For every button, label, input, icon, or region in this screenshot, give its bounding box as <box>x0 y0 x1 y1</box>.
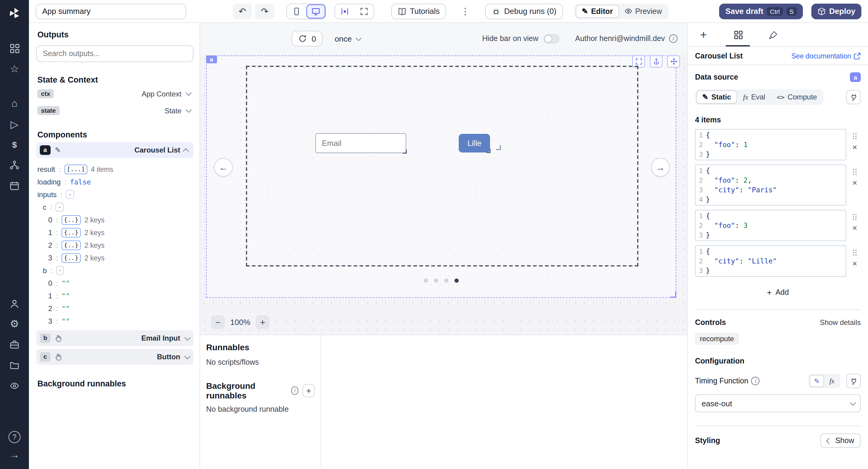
app-canvas[interactable]: a Lille <box>200 54 687 335</box>
email-input[interactable] <box>315 133 406 153</box>
add-item-button[interactable]: + Add <box>762 285 794 300</box>
refresh-control[interactable]: 0 <box>292 31 322 46</box>
resize-handle[interactable] <box>403 150 407 154</box>
eval-mode-button[interactable]: fx Eval <box>738 90 771 104</box>
preview-tab[interactable]: Preview <box>619 4 667 18</box>
recompute-chip[interactable]: recompute <box>695 333 739 345</box>
component-row-email[interactable]: b Email Input <box>36 330 193 346</box>
drag-handle-icon[interactable] <box>852 133 857 140</box>
expand-toggle-chip[interactable]: {..} <box>61 253 81 262</box>
deploy-button[interactable]: Deploy <box>811 3 861 19</box>
carousel-item-container[interactable] <box>246 66 638 267</box>
tree-row[interactable]: 3:{..}2 keys <box>36 251 193 264</box>
tree-row[interactable]: 2:"" <box>36 302 193 315</box>
tutorials-button[interactable]: Tutorials <box>391 3 446 19</box>
delete-item-icon[interactable]: × <box>852 179 857 186</box>
component-row-button[interactable]: c Button <box>36 349 193 365</box>
undo-icon[interactable]: ↶ <box>233 3 252 19</box>
carousel-dot-active[interactable] <box>455 279 459 283</box>
workers-briefcase-icon[interactable] <box>5 336 24 354</box>
editor-tab[interactable]: ✎ Editor <box>576 4 619 18</box>
tree-row[interactable]: 2:{..}2 keys <box>36 239 193 251</box>
info-icon[interactable]: i <box>291 386 299 395</box>
debug-runs-button[interactable]: Debug runs (0) <box>486 3 563 19</box>
favorites-star-icon[interactable]: ☆ <box>5 60 24 78</box>
tree-row[interactable]: 3:"" <box>36 315 193 327</box>
component-row-carousel[interactable]: a ✎ Carousel List <box>36 142 193 158</box>
anchor-component-icon[interactable] <box>650 56 662 67</box>
zoom-in-button[interactable]: + <box>256 315 270 329</box>
users-person-icon[interactable] <box>5 295 24 313</box>
tree-row[interactable]: c:- <box>36 201 193 213</box>
tree-row[interactable]: 1:{..}2 keys <box>36 226 193 239</box>
expand-toggle-chip[interactable]: {..} <box>61 227 81 237</box>
ctx-row[interactable]: ctx App Context <box>36 86 193 101</box>
tree-row[interactable]: result:[...]4 items <box>36 163 193 176</box>
static-pencil-icon[interactable]: ✎ <box>809 375 824 387</box>
drag-handle-icon[interactable] <box>852 249 857 256</box>
expand-toggle-chip[interactable]: {..} <box>61 215 81 224</box>
expand-toggle-chip[interactable]: [...] <box>64 164 87 174</box>
lille-button[interactable]: Lille <box>459 134 490 153</box>
schedules-calendar-icon[interactable] <box>5 177 24 195</box>
carousel-next-button[interactable]: → <box>651 158 670 177</box>
connect-plug-icon[interactable] <box>846 374 861 388</box>
home-icon[interactable]: ⌂ <box>5 95 24 113</box>
hide-bar-toggle[interactable] <box>544 34 559 43</box>
json-editor[interactable]: 1{2 "foo": 13} <box>695 129 846 160</box>
state-row[interactable]: state State <box>36 103 193 118</box>
windmill-logo-icon[interactable] <box>5 4 24 22</box>
search-outputs-input[interactable] <box>36 45 193 62</box>
delete-item-icon[interactable]: × <box>852 224 857 231</box>
static-mode-button[interactable]: ✎ Static <box>696 90 737 104</box>
info-icon[interactable]: i <box>751 377 760 385</box>
connect-plug-icon[interactable] <box>846 90 861 104</box>
redo-icon[interactable]: ↷ <box>255 3 274 19</box>
info-icon[interactable]: i <box>669 34 678 43</box>
help-icon[interactable]: ? <box>5 428 24 446</box>
carousel-dot[interactable] <box>444 279 448 283</box>
carousel-component[interactable]: a Lille <box>206 56 676 298</box>
tree-row[interactable]: 1:"" <box>36 289 193 302</box>
json-editor[interactable]: 1{2 "foo": 2,3 "city": "Paris"4} <box>695 164 846 206</box>
delete-item-icon[interactable]: × <box>852 144 857 151</box>
see-documentation-link[interactable]: See documentation <box>792 52 861 59</box>
json-editor[interactable]: 1{2 "foo": 33} <box>695 210 846 241</box>
compute-mode-button[interactable]: <> Compute <box>771 90 823 104</box>
zoom-out-button[interactable]: − <box>211 315 225 329</box>
carousel-dot[interactable] <box>424 279 428 283</box>
apps-icon[interactable] <box>5 39 24 57</box>
mobile-view-icon[interactable] <box>287 4 306 19</box>
insert-tab-plus-icon[interactable]: + <box>692 23 714 47</box>
carousel-dot[interactable] <box>434 279 438 283</box>
resources-nodes-icon[interactable] <box>5 156 24 174</box>
center-align-icon[interactable] <box>335 4 354 19</box>
collapse-arrow-icon[interactable]: → <box>5 446 24 464</box>
save-draft-button[interactable]: Save draft Ctrl S <box>719 3 803 19</box>
show-details-link[interactable]: Show details <box>820 318 861 327</box>
styling-show-button[interactable]: Show <box>820 433 861 448</box>
resize-handle[interactable] <box>487 149 491 153</box>
tree-row[interactable]: 0:"" <box>36 277 193 289</box>
variables-dollar-icon[interactable]: $ <box>5 136 24 154</box>
json-editor[interactable]: 1{2 "city": "Lille"3} <box>695 245 846 277</box>
folders-icon[interactable] <box>5 356 24 374</box>
frequency-select[interactable]: once <box>335 34 360 43</box>
component-settings-tab-icon[interactable] <box>727 23 749 47</box>
tree-row[interactable]: inputs:- <box>36 188 193 201</box>
desktop-view-icon[interactable] <box>306 4 326 19</box>
move-component-icon[interactable] <box>667 56 680 67</box>
eval-fx-icon[interactable]: fx <box>825 375 839 387</box>
settings-gear-icon[interactable]: ⚙ <box>5 315 24 333</box>
fullwidth-icon[interactable] <box>354 4 374 19</box>
more-menu-icon[interactable]: ⋮ <box>461 6 470 17</box>
drag-handle-icon[interactable] <box>852 168 857 176</box>
tree-row[interactable]: loading:false <box>36 176 193 188</box>
pencil-icon[interactable]: ✎ <box>55 146 61 154</box>
resize-handle[interactable] <box>496 145 501 150</box>
audit-eye-icon[interactable] <box>5 377 24 395</box>
delete-item-icon[interactable]: × <box>852 260 857 267</box>
add-background-runnable-button[interactable]: + <box>303 384 315 397</box>
tree-row[interactable]: 0:{..}2 keys <box>36 213 193 226</box>
expand-toggle-chip[interactable]: {..} <box>61 240 81 250</box>
